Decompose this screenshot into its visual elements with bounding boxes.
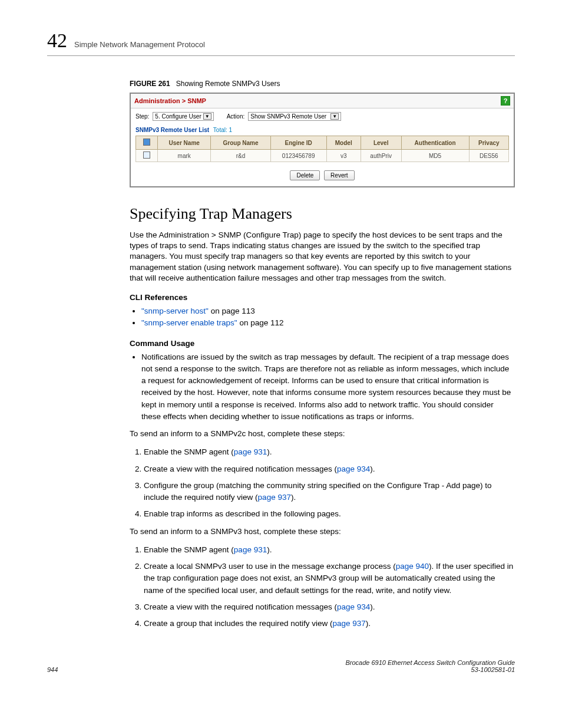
action-label: Action: <box>227 113 245 120</box>
page-link[interactable]: page 940 <box>396 562 429 571</box>
select-all-checkbox[interactable] <box>143 139 150 146</box>
step-item: Enable the SNMP agent (page 931). <box>144 446 515 458</box>
chapter-title: Simple Network Management Protocol <box>74 40 205 49</box>
section-heading: Specifying Trap Managers <box>130 205 515 223</box>
cell-user: mark <box>158 150 211 162</box>
page-link[interactable]: page 937 <box>258 493 291 502</box>
cli-references-heading: CLI References <box>130 293 515 302</box>
figure-label: FIGURE 261 <box>130 80 170 88</box>
page-link[interactable]: page 937 <box>332 619 365 628</box>
step-label: Step: <box>135 113 149 120</box>
cli-link[interactable]: "snmp-server enable traps" <box>141 318 237 327</box>
col-auth: Authentication <box>401 136 469 150</box>
figure-title: Showing Remote SNMPv3 Users <box>176 80 280 88</box>
action-select-value: Show SNMPv3 Remote User <box>250 113 326 120</box>
page-link[interactable]: page 934 <box>337 465 370 473</box>
list-total: Total: 1 <box>213 127 232 133</box>
cli-ref-item: "snmp-server host" on page 113 <box>141 305 515 317</box>
doc-title: Brocade 6910 Ethernet Access Switch Conf… <box>345 659 515 666</box>
list-title-text: SNMPv3 Remote User List <box>135 127 209 133</box>
col-user: User Name <box>158 136 211 150</box>
delete-button[interactable]: Delete <box>290 170 320 180</box>
intro-paragraph: Use the Administration > SNMP (Configure… <box>130 230 515 284</box>
cli-suffix: on page 113 <box>209 307 255 315</box>
table-header-row: User Name Group Name Engine ID Model Lev… <box>136 136 509 150</box>
cell-priv: DES56 <box>469 150 508 162</box>
snmp-admin-panel: Administration > SNMP ? Step: 5. Configu… <box>130 93 515 187</box>
running-header: 42 Simple Network Management Protocol <box>47 29 515 56</box>
help-icon[interactable]: ? <box>501 96 510 106</box>
breadcrumb: Administration > SNMP <box>134 97 206 104</box>
row-checkbox[interactable] <box>143 151 150 159</box>
cell-level: authPriv <box>361 150 401 162</box>
page-footer: 944 Brocade 6910 Ethernet Access Switch … <box>47 659 515 673</box>
col-level: Level <box>361 136 401 150</box>
step-item: Create a view with the required notifica… <box>144 463 515 475</box>
command-usage-heading: Command Usage <box>130 339 515 348</box>
v3-lead: To send an inform to a SNMPv3 host, comp… <box>130 526 515 537</box>
step-item: Enable trap informs as described in the … <box>144 508 515 520</box>
cell-group: r&d <box>211 150 270 162</box>
step-item: Enable the SNMP agent (page 931). <box>144 544 515 556</box>
cli-link[interactable]: "snmp-server host" <box>141 307 209 315</box>
step-item: Create a view with the required notifica… <box>144 601 515 613</box>
step-item: Configure the group (matching the commun… <box>144 480 515 504</box>
col-priv: Privacy <box>469 136 508 150</box>
doc-number: 53-1002581-01 <box>471 666 515 673</box>
col-engine: Engine ID <box>270 136 326 150</box>
chapter-number: 42 <box>47 29 67 52</box>
user-table: User Name Group Name Engine ID Model Lev… <box>135 136 509 162</box>
cell-engine: 0123456789 <box>270 150 326 162</box>
page-link[interactable]: page 934 <box>337 602 370 611</box>
figure-caption: FIGURE 261 Showing Remote SNMPv3 Users <box>130 80 515 88</box>
chevron-down-icon: ▼ <box>330 113 339 120</box>
cli-ref-item: "snmp-server enable traps" on page 112 <box>141 317 515 329</box>
list-title: SNMPv3 Remote User List Total: 1 <box>131 124 514 136</box>
col-group: Group Name <box>211 136 270 150</box>
page-link[interactable]: page 931 <box>234 545 267 554</box>
usage-bullet: Notifications are issued by the switch a… <box>141 351 515 423</box>
action-select[interactable]: Show SNMPv3 Remote User ▼ <box>248 112 341 121</box>
cli-suffix: on page 112 <box>237 318 284 327</box>
page-number: 944 <box>47 666 58 673</box>
chevron-down-icon: ▼ <box>203 113 211 120</box>
step-select-value: 5. Configure User <box>155 113 201 120</box>
step-select[interactable]: 5. Configure User ▼ <box>153 112 213 121</box>
revert-button[interactable]: Revert <box>324 170 354 180</box>
table-row: mark r&d 0123456789 v3 authPriv MD5 DES5… <box>136 150 509 162</box>
page-link[interactable]: page 931 <box>234 447 267 456</box>
cell-model: v3 <box>326 150 361 162</box>
v2c-lead: To send an inform to a SNMPv2c host, com… <box>130 429 515 439</box>
col-model: Model <box>326 136 361 150</box>
cell-auth: MD5 <box>401 150 469 162</box>
step-item: Create a local SNMPv3 user to use in the… <box>144 561 515 597</box>
step-item: Create a group that includes the require… <box>144 618 515 630</box>
